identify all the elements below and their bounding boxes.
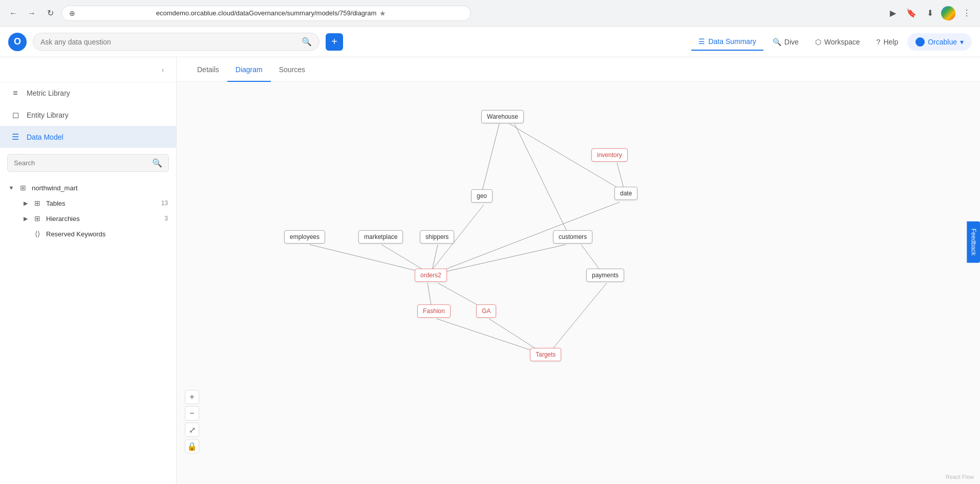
header-nav: ☰ Data Summary 🔍 Dive ⬡ Workspace ? Help… xyxy=(691,33,972,51)
svg-line-16 xyxy=(489,319,540,351)
svg-line-9 xyxy=(432,245,438,272)
dive-icon: 🔍 xyxy=(773,38,781,46)
svg-line-14 xyxy=(550,283,607,351)
sidebar-search-bar[interactable]: 🔍 xyxy=(7,154,169,172)
svg-line-15 xyxy=(437,319,535,351)
tab-diagram[interactable]: Diagram xyxy=(227,57,271,82)
sidebar-item-data-model[interactable]: ☰ Data Model xyxy=(0,126,176,148)
browser-chrome: ← → ↻ ⊕ ecomdemo.orcablue.cloud/dataGove… xyxy=(0,0,980,27)
diagram-node-orders2[interactable]: orders2 xyxy=(415,269,447,282)
orcablue-icon xyxy=(915,37,925,47)
svg-line-10 xyxy=(443,245,566,272)
chevron-down-icon: ▼ xyxy=(8,185,14,191)
svg-line-1 xyxy=(481,124,499,194)
diagram-node-employees[interactable]: employees xyxy=(284,230,325,244)
extensions-button[interactable]: ▶ xyxy=(886,6,900,20)
tree-root-northwind[interactable]: ▼ ⊞ northwind_mart xyxy=(0,180,176,195)
orcablue-button[interactable]: Orcablue ▾ xyxy=(907,33,972,51)
zoom-in-button[interactable]: + xyxy=(185,390,199,404)
download-button[interactable]: ⬇ xyxy=(923,6,937,20)
chevron-left-icon: ‹ xyxy=(162,66,164,74)
diagram-node-targets[interactable]: Targets xyxy=(530,348,561,361)
add-button[interactable]: + xyxy=(326,33,343,51)
collapse-sidebar-button[interactable]: ‹ xyxy=(157,63,169,76)
diagram-node-warehouse[interactable]: Warehouse xyxy=(481,110,524,123)
diagram-node-geo[interactable]: geo xyxy=(471,189,493,203)
metric-library-icon: ≡ xyxy=(10,89,20,98)
svg-line-8 xyxy=(381,245,428,272)
entity-library-icon: ◻ xyxy=(10,110,20,120)
hierarchy-icon: ⊞ xyxy=(33,214,42,223)
help-icon: ? xyxy=(877,38,881,46)
nav-workspace[interactable]: ⬡ Workspace xyxy=(808,34,867,50)
app-header: O 🔍 + ☰ Data Summary 🔍 Dive ⬡ Workspace … xyxy=(0,27,980,57)
nav-help[interactable]: ? Help xyxy=(869,34,906,50)
feedback-button[interactable]: Feedback xyxy=(967,222,980,263)
chevron-down-icon: ▾ xyxy=(960,38,964,46)
main-search-input[interactable] xyxy=(40,38,297,46)
tabs-bar: Details Diagram Sources xyxy=(177,57,980,82)
tree-reserved-keywords-group: ▶ ⟨⟩ Reserved Keywords xyxy=(0,226,176,241)
main-layout: ‹ ≡ Metric Library ◻ Entity Library ☰ Da… xyxy=(0,57,980,484)
reserved-keywords-icon: ⟨⟩ xyxy=(33,230,42,238)
nav-dive[interactable]: 🔍 Dive xyxy=(765,34,806,50)
svg-line-3 xyxy=(515,124,568,234)
diagram-node-customers[interactable]: customers xyxy=(553,230,592,244)
tree-item-reserved-keywords[interactable]: ▶ ⟨⟩ Reserved Keywords xyxy=(16,226,176,241)
tab-sources[interactable]: Sources xyxy=(271,57,313,82)
diagram-node-shippers[interactable]: shippers xyxy=(420,230,454,244)
browser-right-icons: ▶ 🔖 ⬇ ⋮ xyxy=(886,6,974,20)
workspace-icon: ⬡ xyxy=(815,38,821,46)
tab-details[interactable]: Details xyxy=(189,57,227,82)
content-area: Details Diagram Sources xyxy=(177,57,980,484)
main-search-bar[interactable]: 🔍 xyxy=(33,33,319,51)
diagram-connections xyxy=(177,82,980,484)
url-text: ecomdemo.orcablue.cloud/dataGovernance/s… xyxy=(156,9,377,17)
diagram-node-ga[interactable]: GA xyxy=(476,304,496,318)
diagram-node-marketplace[interactable]: marketplace xyxy=(358,230,403,244)
table-icon: ⊞ xyxy=(33,199,42,207)
tree-item-hierarchies[interactable]: ▶ ⊞ Hierarchies 3 xyxy=(16,211,176,226)
zoom-out-button[interactable]: − xyxy=(185,406,199,421)
bookmark-button[interactable]: 🔖 xyxy=(904,6,919,20)
orca-logo[interactable]: O xyxy=(8,33,27,51)
diagram-canvas[interactable]: Warehouseinventorygeodateemployeesmarket… xyxy=(177,82,980,484)
sidebar-item-entity-library[interactable]: ◻ Entity Library xyxy=(0,104,176,126)
lock-button[interactable]: 🔒 xyxy=(185,439,199,453)
refresh-button[interactable]: ↻ xyxy=(43,6,57,20)
diagram-node-inventory[interactable]: inventory xyxy=(591,148,628,162)
forward-button[interactable]: → xyxy=(25,6,39,20)
data-summary-icon: ☰ xyxy=(698,37,705,46)
tree-section: ▼ ⊞ northwind_mart ▶ ⊞ Tables 13 ▶ ⊞ Hie… xyxy=(0,178,176,484)
react-flow-label: React Flow xyxy=(946,474,974,480)
diagram-node-payments[interactable]: payments xyxy=(586,269,624,282)
svg-line-11 xyxy=(581,245,602,272)
tree-tables-group: ▶ ⊞ Tables 13 xyxy=(0,195,176,211)
sidebar-header: ‹ xyxy=(0,57,176,82)
chevron-right-icon: ▶ xyxy=(23,200,29,207)
database-icon: ⊞ xyxy=(18,184,28,192)
svg-line-7 xyxy=(310,245,422,272)
data-model-icon: ☰ xyxy=(10,132,20,142)
fit-view-button[interactable]: ⤢ xyxy=(185,423,199,437)
zoom-controls: + − ⤢ 🔒 xyxy=(185,390,199,453)
chevron-right-icon: ▶ xyxy=(23,215,29,222)
tree-hierarchies-group: ▶ ⊞ Hierarchies 3 xyxy=(0,211,176,226)
tree-item-tables[interactable]: ▶ ⊞ Tables 13 xyxy=(16,195,176,211)
sidebar: ‹ ≡ Metric Library ◻ Entity Library ☰ Da… xyxy=(0,57,177,484)
address-bar[interactable]: ⊕ ecomdemo.orcablue.cloud/dataGovernance… xyxy=(61,6,471,21)
sidebar-item-metric-library[interactable]: ≡ Metric Library xyxy=(0,82,176,104)
diagram-node-date[interactable]: date xyxy=(614,187,637,200)
sidebar-search-input[interactable] xyxy=(14,159,148,167)
diagram-node-fashion[interactable]: Fashion xyxy=(417,304,451,318)
nav-data-summary[interactable]: ☰ Data Summary xyxy=(691,33,763,51)
back-button[interactable]: ← xyxy=(6,6,20,20)
search-icon: 🔍 xyxy=(302,37,312,47)
sidebar-search-icon: 🔍 xyxy=(152,158,162,168)
menu-button[interactable]: ⋮ xyxy=(960,6,974,20)
user-avatar[interactable] xyxy=(941,6,955,20)
